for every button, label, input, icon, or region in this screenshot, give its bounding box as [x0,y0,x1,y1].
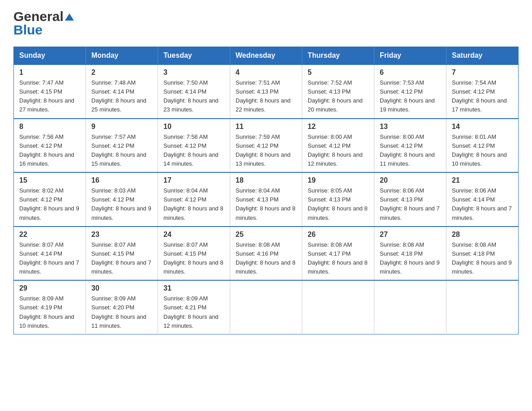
calendar-week-row: 8 Sunrise: 7:56 AMSunset: 4:12 PMDayligh… [14,119,519,173]
calendar-cell: 14 Sunrise: 8:01 AMSunset: 4:12 PMDaylig… [446,119,519,173]
calendar-header-saturday: Saturday [446,47,519,65]
day-info: Sunrise: 7:58 AMSunset: 4:12 PMDaylight:… [163,133,219,167]
calendar-cell [302,280,374,334]
calendar-cell: 26 Sunrise: 8:08 AMSunset: 4:17 PMDaylig… [302,227,374,281]
day-number: 15 [19,176,80,184]
calendar-header-wednesday: Wednesday [230,47,302,65]
day-number: 25 [236,231,296,239]
day-info: Sunrise: 8:09 AMSunset: 4:20 PMDaylight:… [91,295,146,329]
day-info: Sunrise: 7:57 AMSunset: 4:12 PMDaylight:… [91,133,146,167]
day-number: 19 [308,176,369,184]
day-info: Sunrise: 8:07 AMSunset: 4:14 PMDaylight:… [19,241,79,275]
day-info: Sunrise: 8:01 AMSunset: 4:12 PMDaylight:… [452,133,507,167]
calendar-cell: 7 Sunrise: 7:54 AMSunset: 4:12 PMDayligh… [446,64,519,119]
calendar-cell [374,280,446,334]
day-info: Sunrise: 8:06 AMSunset: 4:13 PMDaylight:… [380,187,440,221]
calendar-cell: 19 Sunrise: 8:05 AMSunset: 4:13 PMDaylig… [302,172,374,227]
calendar-cell: 23 Sunrise: 8:07 AMSunset: 4:15 PMDaylig… [86,227,158,281]
day-info: Sunrise: 8:07 AMSunset: 4:15 PMDaylight:… [91,241,151,275]
day-number: 11 [236,123,296,131]
calendar-cell: 28 Sunrise: 8:08 AMSunset: 4:18 PMDaylig… [446,227,519,281]
day-number: 8 [19,123,80,131]
day-number: 2 [91,68,152,77]
day-info: Sunrise: 7:59 AMSunset: 4:12 PMDaylight:… [236,133,291,167]
day-info: Sunrise: 8:08 AMSunset: 4:18 PMDaylight:… [452,241,512,275]
day-number: 24 [163,231,224,239]
logo-triangle-icon [65,13,74,21]
calendar-header-thursday: Thursday [302,47,374,65]
day-number: 27 [380,231,441,239]
calendar-cell [446,280,519,334]
calendar-cell: 5 Sunrise: 7:52 AMSunset: 4:13 PMDayligh… [302,64,374,119]
day-info: Sunrise: 8:09 AMSunset: 4:21 PMDaylight:… [163,295,219,329]
day-info: Sunrise: 8:00 AMSunset: 4:12 PMDaylight:… [308,133,363,167]
calendar-cell: 2 Sunrise: 7:48 AMSunset: 4:14 PMDayligh… [86,64,158,119]
day-number: 28 [452,231,513,239]
day-number: 26 [308,231,369,239]
calendar-cell [230,280,302,334]
day-info: Sunrise: 7:51 AMSunset: 4:13 PMDaylight:… [236,79,291,113]
calendar-header-tuesday: Tuesday [158,47,230,65]
day-number: 7 [452,68,513,77]
logo-blue-text: Blue [13,22,43,38]
calendar-cell: 27 Sunrise: 8:08 AMSunset: 4:18 PMDaylig… [374,227,446,281]
calendar-cell: 10 Sunrise: 7:58 AMSunset: 4:12 PMDaylig… [158,119,230,173]
calendar-cell: 13 Sunrise: 8:00 AMSunset: 4:12 PMDaylig… [374,119,446,173]
day-info: Sunrise: 7:52 AMSunset: 4:13 PMDaylight:… [308,79,363,113]
day-info: Sunrise: 8:08 AMSunset: 4:18 PMDaylight:… [380,241,440,275]
calendar-cell: 12 Sunrise: 8:00 AMSunset: 4:12 PMDaylig… [302,119,374,173]
day-info: Sunrise: 8:02 AMSunset: 4:12 PMDaylight:… [19,187,79,221]
day-info: Sunrise: 8:09 AMSunset: 4:19 PMDaylight:… [19,295,74,329]
calendar-table: SundayMondayTuesdayWednesdayThursdayFrid… [13,47,519,334]
day-info: Sunrise: 7:47 AMSunset: 4:15 PMDaylight:… [19,79,74,113]
day-info: Sunrise: 8:05 AMSunset: 4:13 PMDaylight:… [308,187,368,221]
calendar-cell: 9 Sunrise: 7:57 AMSunset: 4:12 PMDayligh… [86,119,158,173]
logo-general-text: General [13,9,64,24]
day-number: 12 [308,123,369,131]
calendar-cell: 17 Sunrise: 8:04 AMSunset: 4:12 PMDaylig… [158,172,230,227]
calendar-cell: 11 Sunrise: 7:59 AMSunset: 4:12 PMDaylig… [230,119,302,173]
calendar-week-row: 1 Sunrise: 7:47 AMSunset: 4:15 PMDayligh… [14,64,519,119]
day-info: Sunrise: 8:08 AMSunset: 4:16 PMDaylight:… [236,241,296,275]
day-number: 29 [19,284,80,292]
day-info: Sunrise: 7:53 AMSunset: 4:12 PMDaylight:… [380,79,435,113]
day-number: 1 [19,68,80,77]
day-info: Sunrise: 8:08 AMSunset: 4:17 PMDaylight:… [308,241,368,275]
day-info: Sunrise: 8:07 AMSunset: 4:15 PMDaylight:… [163,241,223,275]
calendar-cell: 16 Sunrise: 8:03 AMSunset: 4:12 PMDaylig… [86,172,158,227]
day-info: Sunrise: 8:06 AMSunset: 4:14 PMDaylight:… [452,187,512,221]
day-info: Sunrise: 8:04 AMSunset: 4:13 PMDaylight:… [236,187,296,221]
day-number: 9 [91,123,152,131]
calendar-cell: 25 Sunrise: 8:08 AMSunset: 4:16 PMDaylig… [230,227,302,281]
calendar-cell: 22 Sunrise: 8:07 AMSunset: 4:14 PMDaylig… [14,227,86,281]
calendar-cell: 29 Sunrise: 8:09 AMSunset: 4:19 PMDaylig… [14,280,86,334]
calendar-header-monday: Monday [86,47,158,65]
day-number: 10 [163,123,224,131]
page-header: General Blue [13,9,519,38]
calendar-week-row: 22 Sunrise: 8:07 AMSunset: 4:14 PMDaylig… [14,227,519,281]
day-info: Sunrise: 7:56 AMSunset: 4:12 PMDaylight:… [19,133,74,167]
day-number: 23 [91,231,152,239]
day-number: 16 [91,176,152,184]
day-number: 31 [163,284,224,292]
svg-marker-0 [65,13,74,21]
day-number: 5 [308,68,369,77]
day-number: 3 [163,68,224,77]
calendar-header-friday: Friday [374,47,446,65]
day-number: 22 [19,231,80,239]
day-number: 20 [380,176,441,184]
calendar-cell: 8 Sunrise: 7:56 AMSunset: 4:12 PMDayligh… [14,119,86,173]
day-info: Sunrise: 7:54 AMSunset: 4:12 PMDaylight:… [452,79,507,113]
day-info: Sunrise: 8:00 AMSunset: 4:12 PMDaylight:… [380,133,435,167]
day-number: 21 [452,176,513,184]
day-number: 30 [91,284,152,292]
day-number: 4 [236,68,296,77]
day-info: Sunrise: 7:48 AMSunset: 4:14 PMDaylight:… [91,79,146,113]
calendar-cell: 30 Sunrise: 8:09 AMSunset: 4:20 PMDaylig… [86,280,158,334]
calendar-cell: 15 Sunrise: 8:02 AMSunset: 4:12 PMDaylig… [14,172,86,227]
day-number: 6 [380,68,441,77]
day-info: Sunrise: 8:04 AMSunset: 4:12 PMDaylight:… [163,187,223,221]
calendar-cell: 1 Sunrise: 7:47 AMSunset: 4:15 PMDayligh… [14,64,86,119]
calendar-cell: 24 Sunrise: 8:07 AMSunset: 4:15 PMDaylig… [158,227,230,281]
calendar-cell: 21 Sunrise: 8:06 AMSunset: 4:14 PMDaylig… [446,172,519,227]
